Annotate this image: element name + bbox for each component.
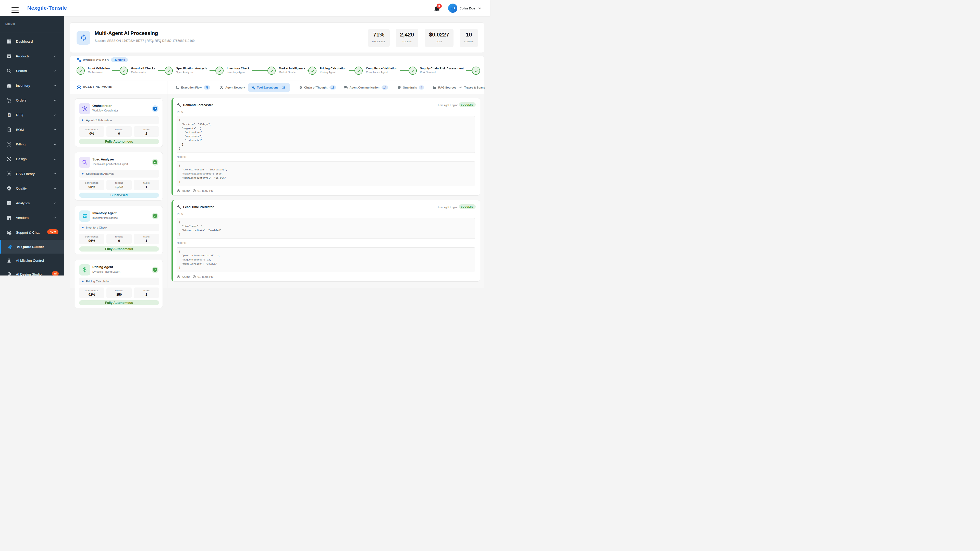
svg-text:$: $ xyxy=(8,114,10,117)
